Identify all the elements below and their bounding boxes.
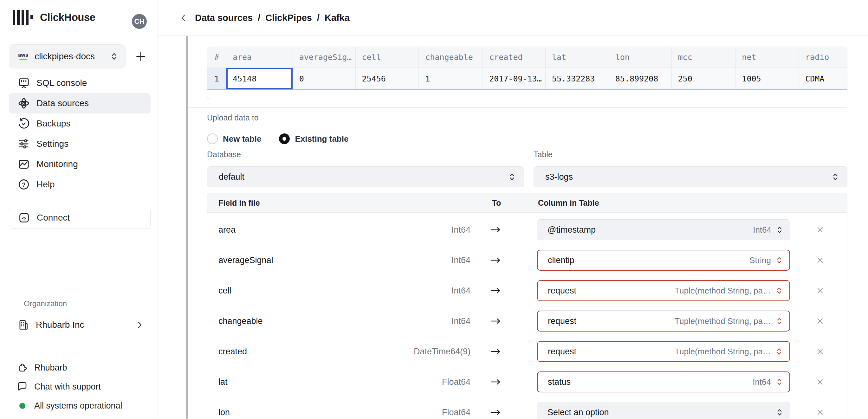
intro-text-clipped: piece of information such as date, amoun… — [207, 36, 521, 36]
database-label: Database — [207, 150, 241, 159]
preview-cell[interactable]: 2017-09-13… — [483, 68, 546, 89]
radio-new-table-label[interactable]: New table — [223, 134, 261, 144]
remove-mapping-button[interactable] — [812, 226, 828, 233]
preview-col-header: net — [736, 47, 799, 68]
sidebar-item-backups[interactable]: Backups — [9, 114, 151, 134]
preview-cell[interactable]: 55.332283 — [546, 68, 609, 89]
integrations-label: Rhubarb — [34, 363, 67, 373]
chat-support-label: Chat with support — [34, 382, 101, 392]
sidebar-item-sql-console[interactable]: SQL console — [9, 73, 151, 93]
connect-button[interactable]: Connect — [9, 207, 151, 229]
column-select[interactable]: requestTuple(method String, pa… — [537, 341, 790, 362]
column-select[interactable]: requestTuple(method String, pa… — [537, 280, 790, 301]
sidebar-item-label: Backups — [36, 119, 70, 129]
service-selector[interactable]: aws clickpipes-docs — [9, 44, 126, 68]
sidebar-item-system-status[interactable]: All systems operational — [9, 396, 151, 415]
column-select[interactable]: clientipString — [537, 250, 790, 271]
mapping-row: averageSignalInt64clientipString — [207, 245, 847, 276]
column-select[interactable]: Select an option — [537, 402, 790, 419]
field-name: area — [218, 225, 236, 235]
building-icon — [18, 319, 29, 331]
user-avatar[interactable]: CH — [132, 14, 147, 29]
organization-selector[interactable]: Rhubarb Inc — [9, 315, 151, 335]
field-type: Int64 — [372, 316, 470, 326]
remove-mapping-button[interactable] — [812, 287, 828, 294]
breadcrumb-separator: / — [258, 13, 260, 23]
column-type: Int64 — [753, 225, 771, 235]
mapping-row: cellInt64requestTuple(method String, pa… — [207, 276, 847, 306]
remove-mapping-button[interactable] — [812, 379, 828, 385]
arrow-right-icon — [486, 378, 506, 386]
radio-existing-table[interactable] — [279, 133, 290, 144]
preview-cell[interactable]: 85.899208 — [609, 68, 672, 89]
section-divider — [188, 107, 847, 108]
column-select[interactable]: @timestampInt64 — [537, 219, 790, 240]
radio-new-table[interactable] — [207, 133, 218, 144]
column-type: Tuple(method String, pa… — [675, 347, 771, 357]
remove-mapping-button[interactable] — [812, 409, 828, 416]
chevron-updown-icon — [776, 256, 782, 265]
add-service-button[interactable] — [134, 50, 148, 63]
preview-col-header: cell — [356, 47, 419, 68]
sidebar-item-settings[interactable]: Settings — [9, 134, 151, 154]
chevron-right-icon — [135, 320, 144, 330]
back-button[interactable] — [177, 11, 190, 25]
column-value: status — [548, 377, 753, 387]
preview-cell[interactable]: 0 — [293, 68, 356, 89]
content-scrollbar[interactable] — [186, 36, 188, 419]
arrow-right-icon — [486, 347, 506, 356]
field-name: lon — [218, 408, 230, 417]
sidebar-item-label: Data sources — [36, 98, 89, 108]
table-label: Table — [533, 150, 553, 159]
data-preview-table: # area averageSig… cell changeable creat… — [207, 46, 847, 99]
table-select[interactable]: s3-logs — [533, 166, 847, 187]
chevron-updown-icon — [508, 172, 516, 182]
column-select[interactable]: requestTuple(method String, pa… — [537, 311, 790, 331]
chevron-updown-icon — [776, 347, 782, 356]
preview-cell[interactable]: 1005 — [736, 68, 799, 89]
preview-cell[interactable]: 250 — [672, 68, 736, 89]
mapping-header-row: Field in file To Column in Table — [207, 193, 847, 213]
plus-icon — [134, 50, 147, 63]
mapping-header-column: Column in Table — [538, 198, 599, 207]
remove-mapping-button[interactable] — [812, 348, 828, 355]
column-value: request — [548, 347, 675, 357]
arrow-right-icon — [486, 256, 506, 264]
sidebar-item-data-sources[interactable]: Data sources — [9, 93, 151, 114]
mapping-row: createdDateTime64(9)requestTuple(method … — [207, 336, 847, 367]
column-select[interactable]: statusInt64 — [537, 372, 790, 392]
radio-existing-table-label[interactable]: Existing table — [295, 134, 348, 144]
chevron-updown-icon — [776, 317, 782, 325]
table-mode-radio-group: New table Existing table — [207, 133, 348, 144]
table-value: s3-logs — [545, 172, 832, 182]
sidebar-item-label: Settings — [36, 139, 68, 149]
column-value: request — [548, 316, 675, 326]
breadcrumb-data-sources[interactable]: Data sources — [195, 13, 253, 23]
preview-cell[interactable]: 1 — [419, 68, 483, 89]
database-select[interactable]: default — [207, 166, 524, 187]
sidebar-item-chat-support[interactable]: Chat with support — [9, 377, 151, 396]
sidebar-item-monitoring[interactable]: Monitoring — [9, 154, 151, 174]
sidebar-item-integrations[interactable]: Rhubarb — [9, 358, 151, 377]
mapping-row: areaInt64@timestampInt64 — [207, 215, 847, 245]
remove-mapping-button[interactable] — [812, 318, 828, 325]
preview-row-number: 1 — [207, 68, 226, 89]
main-area: Data sources / ClickPipes / Kafka piece … — [158, 0, 868, 419]
preview-col-header: lat — [546, 47, 609, 68]
chevron-updown-icon — [111, 52, 118, 61]
remove-mapping-button[interactable] — [812, 257, 828, 264]
arrow-right-icon — [486, 317, 506, 325]
sidebar-item-help[interactable]: ? Help — [9, 174, 151, 195]
brand-name: ClickHouse — [40, 11, 95, 24]
preview-cell[interactable]: 25456 — [356, 68, 419, 89]
field-name: cell — [218, 286, 231, 296]
svg-text:?: ? — [22, 181, 25, 188]
field-name: changeable — [218, 316, 263, 326]
column-value: request — [548, 286, 675, 296]
preview-cell-selected[interactable]: 45148 — [226, 68, 293, 89]
arrow-right-icon — [486, 287, 506, 295]
upload-data-heading: Upload data to — [207, 113, 259, 122]
breadcrumb-clickpipes[interactable]: ClickPipes — [265, 13, 312, 23]
monitor-icon — [18, 77, 30, 89]
preview-cell[interactable]: CDMA — [799, 68, 847, 89]
